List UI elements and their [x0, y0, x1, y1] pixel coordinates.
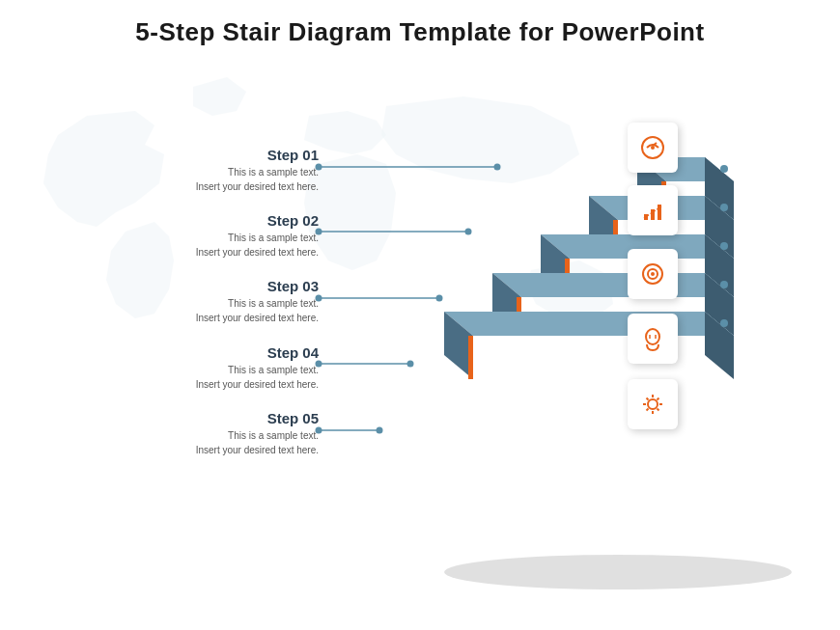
- step1-heading: Step 01: [97, 147, 319, 163]
- step3-desc: This is a sample text. Insert your desir…: [97, 296, 319, 325]
- page-title: 5-Step Stair Diagram Template for PowerP…: [0, 17, 840, 47]
- step5-desc: This is a sample text. Insert your desir…: [97, 428, 319, 457]
- svg-point-50: [494, 164, 501, 171]
- svg-point-52: [316, 229, 322, 235]
- step3-heading: Step 03: [97, 278, 319, 294]
- svg-marker-20: [468, 336, 473, 379]
- svg-point-61: [316, 427, 322, 434]
- connector-line-5: [319, 429, 512, 431]
- svg-point-36: [646, 329, 659, 344]
- svg-point-23: [720, 242, 728, 250]
- svg-line-47: [647, 409, 649, 411]
- svg-marker-13: [492, 273, 734, 297]
- svg-point-39: [648, 399, 658, 409]
- connector-line-1: [319, 166, 512, 168]
- step4-heading: Step 04: [97, 344, 319, 361]
- connector-line-4: [319, 363, 512, 365]
- stair-diagram: [386, 99, 821, 591]
- svg-line-44: [647, 398, 649, 400]
- svg-point-58: [316, 361, 322, 368]
- svg-point-56: [436, 295, 443, 302]
- svg-point-27: [651, 146, 655, 150]
- icon-cube-step2: [628, 185, 678, 235]
- icon-cube-step1: [628, 123, 678, 173]
- svg-point-21: [720, 165, 728, 173]
- step2-label-group: Step 02 This is a sample text. Insert yo…: [97, 212, 319, 260]
- svg-point-59: [407, 361, 414, 368]
- svg-point-35: [651, 272, 655, 276]
- connector-line-3: [319, 297, 512, 299]
- svg-point-55: [316, 295, 322, 302]
- svg-line-46: [658, 398, 659, 400]
- step2-heading: Step 02: [97, 212, 319, 229]
- svg-point-0: [444, 555, 792, 589]
- icon-cube-step4: [628, 314, 678, 364]
- step1-desc: This is a sample text. Insert your desir…: [97, 165, 319, 194]
- step4-label-group: Step 04 This is a sample text. Insert yo…: [97, 344, 319, 392]
- step4-desc: This is a sample text. Insert your desir…: [97, 363, 319, 392]
- icon-cube-step3: [628, 249, 678, 299]
- svg-point-24: [720, 281, 728, 288]
- svg-point-22: [720, 204, 728, 211]
- icon-cube-step5: [628, 379, 678, 429]
- step2-desc: This is a sample text. Insert your desir…: [97, 231, 319, 260]
- svg-point-49: [316, 164, 322, 171]
- step3-label-group: Step 03 This is a sample text. Insert yo…: [97, 278, 319, 325]
- step5-label-group: Step 05 This is a sample text. Insert yo…: [97, 410, 319, 457]
- step5-heading: Step 05: [97, 410, 319, 426]
- step1-label-group: Step 01 This is a sample text. Insert yo…: [97, 147, 319, 194]
- svg-marker-17: [444, 312, 734, 336]
- svg-point-53: [465, 229, 472, 235]
- svg-point-62: [377, 427, 383, 434]
- svg-point-25: [720, 319, 728, 327]
- svg-line-45: [658, 409, 659, 411]
- connector-line-2: [319, 231, 512, 233]
- slide: 5-Step Stair Diagram Template for PowerP…: [0, 0, 840, 630]
